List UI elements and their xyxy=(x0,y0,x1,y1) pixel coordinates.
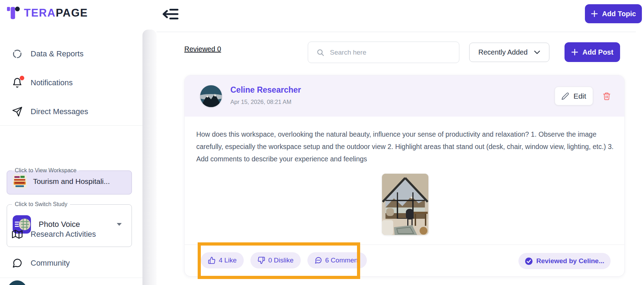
sidebar-item-data-reports[interactable]: Data & Reports xyxy=(0,44,142,64)
add-post-button[interactable]: Add Post xyxy=(565,42,620,62)
logo-text-tera: TERA xyxy=(24,7,56,19)
post-body-text: How does this workspace, overlooking the… xyxy=(196,128,615,165)
main-content: Reviewed 0 Recently Added Add Post xyxy=(157,28,636,285)
content-top-divider xyxy=(157,32,636,32)
post-image[interactable] xyxy=(382,174,428,235)
post-header: Celine Researcher Apr 15, 2026, 08:21 AM… xyxy=(185,75,624,117)
notification-unread-dot xyxy=(20,76,24,80)
study-selector-legend: Click to Switch Study xyxy=(12,201,70,207)
edit-button-label: Edit xyxy=(573,92,586,100)
collapse-sidebar-button[interactable] xyxy=(159,5,181,23)
workspace-thumbnail xyxy=(13,174,27,188)
chat-bubble-icon xyxy=(12,258,23,269)
trash-icon xyxy=(602,92,611,101)
delete-post-button[interactable] xyxy=(602,92,611,102)
reviewed-badge-label: Reviewed by Celine... xyxy=(536,257,604,265)
post-footer-divider xyxy=(185,244,624,245)
plus-icon xyxy=(571,49,578,56)
app-logo[interactable]: TERAPAGE xyxy=(6,5,88,21)
edit-post-button[interactable]: Edit xyxy=(555,87,593,105)
sidebar: Data & Reports Notifications Direct Mess… xyxy=(0,28,142,285)
sidebar-item-research-activities[interactable]: Research Activities xyxy=(0,224,142,244)
sidebar-scrollbar[interactable] xyxy=(142,30,157,285)
search-input[interactable] xyxy=(330,49,446,56)
search-box xyxy=(308,42,459,63)
sidebar-item-label: Notifications xyxy=(31,78,73,87)
map-icon xyxy=(12,229,23,240)
comment-button[interactable]: 6 Comment xyxy=(307,252,367,268)
add-topic-button[interactable]: Add Topic xyxy=(585,4,642,23)
comment-label: 6 Comment xyxy=(325,256,360,264)
post-author-name[interactable]: Celine Researcher xyxy=(230,85,301,95)
dislike-label: 0 Dislike xyxy=(268,256,294,264)
reviewed-filter-link[interactable]: Reviewed 0 xyxy=(184,45,221,53)
dislike-button[interactable]: 0 Dislike xyxy=(250,252,301,268)
workspace-selector-legend: Click to View Workspace xyxy=(12,167,79,174)
like-label: 4 Like xyxy=(219,256,237,264)
pie-chart-icon xyxy=(12,48,23,60)
search-icon xyxy=(317,49,324,56)
post-actions: 4 Like 0 Dislike 6 Comment xyxy=(201,252,367,268)
sidebar-item-label: Direct Messages xyxy=(31,107,88,116)
bell-icon xyxy=(12,77,23,88)
logo-text-page: PAGE xyxy=(56,7,88,19)
sort-dropdown[interactable]: Recently Added xyxy=(469,43,549,62)
user-avatar[interactable] xyxy=(8,280,27,285)
sidebar-item-label: Data & Reports xyxy=(31,49,83,58)
pencil-icon xyxy=(561,92,569,100)
add-topic-label: Add Topic xyxy=(602,10,636,18)
sidebar-item-notifications[interactable]: Notifications xyxy=(0,73,142,93)
sidebar-divider xyxy=(0,278,142,278)
sidebar-item-community[interactable]: Community xyxy=(0,253,142,273)
chevron-down-icon xyxy=(534,50,540,55)
thumbs-down-icon xyxy=(257,256,265,264)
sidebar-item-direct-messages[interactable]: Direct Messages xyxy=(0,101,142,122)
workspace-name: Tourism and Hospitali... xyxy=(33,177,110,186)
post-author-avatar[interactable] xyxy=(200,85,222,107)
workspace-selector[interactable]: Click to View Workspace Tourism and Hosp… xyxy=(7,167,132,194)
sidebar-divider xyxy=(0,125,142,126)
thumbs-up-icon xyxy=(208,256,216,264)
sort-selected-value: Recently Added xyxy=(478,48,528,56)
sidebar-item-label: Community xyxy=(31,259,70,268)
check-circle-icon xyxy=(525,257,533,265)
plus-icon xyxy=(591,10,598,17)
sidebar-item-label: Research Activities xyxy=(31,230,96,239)
terapage-logo-icon xyxy=(6,5,21,21)
reviewed-by-badge[interactable]: Reviewed by Celine... xyxy=(518,253,611,269)
post-timestamp: Apr 15, 2026, 08:21 AM xyxy=(230,99,291,105)
terapage-app: TERAPAGE Add Topic Data & Reports xyxy=(0,0,644,285)
paper-plane-icon xyxy=(12,106,23,117)
post-card: Celine Researcher Apr 15, 2026, 08:21 AM… xyxy=(184,75,625,277)
comment-icon xyxy=(314,256,322,264)
topbar: TERAPAGE Add Topic xyxy=(0,0,644,28)
like-button[interactable]: 4 Like xyxy=(201,252,244,268)
add-post-label: Add Post xyxy=(582,48,613,56)
collapse-sidebar-icon xyxy=(161,7,179,21)
